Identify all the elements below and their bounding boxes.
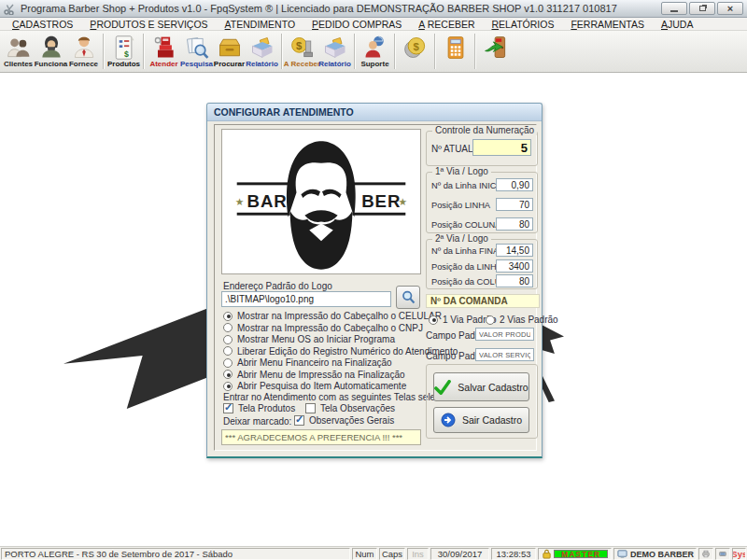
restore-button[interactable] (689, 2, 715, 15)
linha-final-label: Nº da Linha FINAL (431, 246, 503, 256)
option-menu-impressao[interactable]: Abrir Menu de Impressão na Finalização (223, 370, 405, 380)
menu-a-receber[interactable]: A RECEBER (410, 19, 483, 30)
campo-padrao-servicos-input[interactable] (475, 348, 534, 361)
menu-relatorios[interactable]: RELATÓRIOS (483, 19, 562, 30)
coin-icon: $ (402, 34, 429, 61)
monitor-status-icon[interactable] (715, 548, 730, 560)
background-star-right-lower (542, 374, 555, 402)
toolbar-atender[interactable]: Atender (148, 32, 180, 71)
calculator-icon (442, 34, 469, 61)
toolbar-funcionarios[interactable]: Funciona (35, 32, 67, 71)
toolbar-separator (474, 34, 476, 69)
radio-icon (223, 323, 233, 332)
option-cnpj[interactable]: Mostrar na Impressão do Cabeçalho o CNPJ (223, 323, 423, 333)
exit-door-icon (482, 34, 509, 61)
logo-path-input[interactable] (221, 291, 391, 307)
close-icon: × (727, 4, 733, 13)
status-location: PORTO ALEGRE - RS 30 de Setembro de 2017… (1, 548, 350, 560)
checkbox-icon (305, 403, 316, 413)
employee-icon (37, 34, 64, 61)
sair-cadastro-button[interactable]: Sair Cadastro (433, 407, 529, 433)
toolbar-procurar[interactable]: Procurar (213, 32, 246, 71)
status-user: MASTER (554, 550, 608, 558)
option-liberar-edicao[interactable]: Liberar Edição do Registro Numérico do A… (223, 346, 458, 357)
toolbar-exit[interactable] (479, 32, 512, 71)
svg-text:$: $ (124, 49, 129, 58)
status-brand-segment: FpqSystem (732, 548, 746, 560)
toolbar: Clientes Funciona Fornece $ Produtos Ate… (0, 31, 747, 73)
status-company: DEMO BARBER 1.0 (630, 550, 697, 559)
status-num: Num (352, 548, 377, 560)
option-pesquisa-item[interactable]: Abrir Pesquisa do Item Automaticamente (223, 381, 406, 391)
products-icon: $ (110, 34, 137, 61)
n-atual-value[interactable]: 5 (472, 139, 531, 156)
toolbar-separator (434, 34, 436, 69)
posicao-linha-input[interactable] (496, 198, 533, 211)
linha-inicial-input[interactable] (496, 178, 533, 191)
toolbar-separator (281, 34, 283, 69)
checkbox-icon (294, 415, 304, 426)
toolbar-separator (354, 34, 356, 69)
linha-final-input[interactable] (496, 244, 533, 257)
checkbox-tela-produtos[interactable]: Tela Produtos (223, 403, 295, 413)
status-ins: Ins (407, 548, 429, 560)
status-brand: FpqSystem (732, 549, 746, 559)
menubar: CADASTROS PRODUTOS E SERVIÇOS ATENDIMENT… (0, 18, 747, 31)
option-celular[interactable]: Mostrar na Impressão do Cabeçalho o CELU… (223, 311, 442, 321)
toolbar-clientes[interactable]: Clientes (2, 32, 35, 71)
radio-icon (223, 382, 233, 391)
supplier-icon (70, 34, 97, 61)
toolbar-relatorio-1[interactable]: Relatório (246, 32, 278, 71)
posicao-da-coluna-input[interactable] (496, 274, 533, 287)
toolbar-produtos[interactable]: $ Produtos (107, 32, 140, 71)
menu-ferramentas[interactable]: FERRAMENTAS (562, 19, 653, 30)
option-menu-financeiro[interactable]: Abrir Menu Financeiro na Finalização (223, 357, 392, 368)
svg-text:$: $ (296, 39, 303, 50)
minimize-button[interactable] (661, 2, 687, 15)
toolbar-a-receber[interactable]: $ A Receber (286, 32, 318, 71)
posicao-coluna-input[interactable] (496, 217, 533, 231)
toolbar-coin[interactable]: $ (399, 32, 431, 71)
magnifier-icon (401, 289, 416, 305)
window-title: Programa Barber Shop + Produtos v1.0 - F… (21, 3, 617, 14)
svg-text:★: ★ (235, 196, 245, 207)
check-icon (434, 380, 451, 395)
radio-icon (223, 346, 233, 356)
checkbox-observacoes-gerais[interactable]: Observações Gerais (294, 415, 394, 426)
toolbar-pesquisa[interactable]: Pesquisa (180, 32, 213, 71)
barber-logo-image: ★ BAR BER ★ (222, 130, 420, 273)
toolbar-relatorio-2[interactable]: Relatório (318, 32, 351, 71)
status-caps: Caps (379, 548, 405, 560)
background-star-left (63, 304, 207, 409)
background-star-right-upper (542, 323, 564, 354)
minimize-icon (670, 10, 678, 12)
posicao-da-linha-input[interactable] (496, 259, 533, 273)
salvar-cadastro-button[interactable]: Salvar Cadastro (433, 372, 529, 401)
dialog-titlebar[interactable]: CONFIGURAR ATENDIMENTO (207, 104, 542, 121)
n-atual-label: Nº ATUAL (431, 144, 473, 154)
status-user-segment: MASTER (538, 548, 612, 560)
toolbar-calculator[interactable] (439, 32, 472, 71)
radio-icon (223, 335, 233, 344)
thank-you-message-input[interactable] (221, 429, 421, 445)
radio-2-vias-padrao[interactable]: 2 Vias Padrão (486, 315, 558, 325)
menu-cadastros[interactable]: CADASTROS (4, 19, 81, 30)
menu-pedido-compras[interactable]: PEDIDO COMPRAS (303, 19, 410, 30)
status-date: 30/09/2017 (430, 548, 489, 560)
printer-status-icon[interactable] (698, 548, 713, 560)
browse-logo-button[interactable] (396, 286, 420, 309)
menu-ajuda[interactable]: AJUDA (653, 19, 701, 30)
checkbox-icon (223, 403, 233, 413)
toolbar-suporte[interactable]: Suporte (359, 32, 391, 71)
close-button[interactable]: × (717, 2, 743, 15)
support-icon (361, 34, 388, 61)
toolbar-fornecedores[interactable]: Fornece (67, 32, 100, 71)
menu-produtos-servicos[interactable]: PRODUTOS E SERVIÇOS (81, 19, 216, 30)
campo-padrao-produtos-input[interactable] (475, 328, 534, 341)
svg-text:BER: BER (361, 191, 401, 211)
posicao-coluna-label: Posição COLUNA (431, 220, 500, 230)
radio-icon (223, 358, 233, 368)
option-menu-os[interactable]: Mostrar Menu OS ao Iniciar Programa (223, 334, 395, 344)
checkbox-tela-observacoes[interactable]: Tela Observações (305, 403, 395, 413)
menu-atendimento[interactable]: ATENDIMENTO (217, 19, 303, 30)
